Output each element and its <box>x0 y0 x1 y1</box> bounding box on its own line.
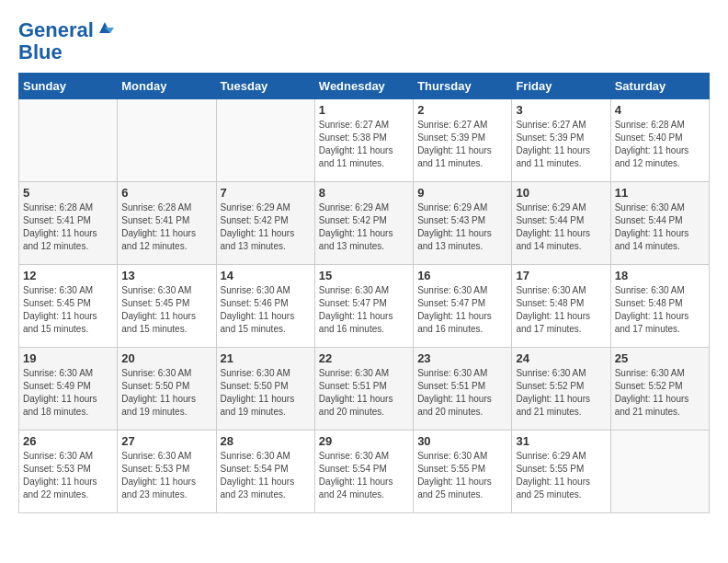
calendar-cell: 20Sunrise: 6:30 AM Sunset: 5:50 PM Dayli… <box>118 348 216 431</box>
page-header: General Blue <box>18 18 710 63</box>
calendar-cell: 18Sunrise: 6:30 AM Sunset: 5:48 PM Dayli… <box>610 265 709 348</box>
day-number: 8 <box>319 186 409 200</box>
day-detail: Sunrise: 6:30 AM Sunset: 5:45 PM Dayligh… <box>23 284 113 336</box>
day-number: 15 <box>319 269 409 282</box>
day-number: 9 <box>417 186 507 200</box>
logo: General Blue <box>18 18 114 63</box>
calendar-week-row: 1Sunrise: 6:27 AM Sunset: 5:38 PM Daylig… <box>19 99 710 182</box>
day-detail: Sunrise: 6:30 AM Sunset: 5:45 PM Dayligh… <box>121 284 211 336</box>
weekday-header: Saturday <box>610 74 709 99</box>
day-number: 21 <box>221 351 311 365</box>
calendar-cell <box>216 99 314 182</box>
day-detail: Sunrise: 6:30 AM Sunset: 5:51 PM Dayligh… <box>417 367 507 419</box>
day-detail: Sunrise: 6:30 AM Sunset: 5:54 PM Dayligh… <box>319 450 409 501</box>
day-detail: Sunrise: 6:30 AM Sunset: 5:55 PM Dayligh… <box>417 450 507 501</box>
weekday-header: Wednesday <box>314 74 413 99</box>
weekday-header: Sunday <box>19 74 118 99</box>
calendar-cell: 24Sunrise: 6:30 AM Sunset: 5:52 PM Dayli… <box>512 348 610 431</box>
calendar-cell: 6Sunrise: 6:28 AM Sunset: 5:41 PM Daylig… <box>118 182 216 265</box>
calendar-cell: 11Sunrise: 6:30 AM Sunset: 5:44 PM Dayli… <box>610 182 709 265</box>
day-detail: Sunrise: 6:30 AM Sunset: 5:52 PM Dayligh… <box>516 367 606 419</box>
day-detail: Sunrise: 6:30 AM Sunset: 5:47 PM Dayligh… <box>319 284 409 336</box>
day-detail: Sunrise: 6:30 AM Sunset: 5:54 PM Dayligh… <box>221 450 311 501</box>
calendar-cell: 26Sunrise: 6:30 AM Sunset: 5:53 PM Dayli… <box>19 431 118 513</box>
calendar-cell <box>118 99 216 182</box>
day-number: 2 <box>417 103 507 117</box>
calendar-cell: 14Sunrise: 6:30 AM Sunset: 5:46 PM Dayli… <box>216 265 314 348</box>
day-number: 14 <box>221 269 311 282</box>
day-number: 11 <box>615 186 705 200</box>
day-detail: Sunrise: 6:29 AM Sunset: 5:42 PM Dayligh… <box>221 201 311 253</box>
day-detail: Sunrise: 6:28 AM Sunset: 5:41 PM Dayligh… <box>23 201 113 253</box>
calendar-cell: 3Sunrise: 6:27 AM Sunset: 5:39 PM Daylig… <box>512 99 610 182</box>
day-detail: Sunrise: 6:30 AM Sunset: 5:46 PM Dayligh… <box>221 284 311 336</box>
day-number: 29 <box>319 434 409 448</box>
day-number: 20 <box>121 351 211 365</box>
logo-icon <box>96 18 114 37</box>
calendar-cell: 4Sunrise: 6:28 AM Sunset: 5:40 PM Daylig… <box>610 99 709 182</box>
calendar-cell: 9Sunrise: 6:29 AM Sunset: 5:43 PM Daylig… <box>414 182 512 265</box>
day-number: 23 <box>417 351 507 365</box>
weekday-header: Monday <box>118 74 216 99</box>
day-number: 16 <box>417 269 507 282</box>
day-detail: Sunrise: 6:30 AM Sunset: 5:50 PM Dayligh… <box>121 367 211 419</box>
day-detail: Sunrise: 6:30 AM Sunset: 5:53 PM Dayligh… <box>121 450 211 501</box>
logo-general: General <box>18 18 94 41</box>
calendar-cell: 12Sunrise: 6:30 AM Sunset: 5:45 PM Dayli… <box>19 265 118 348</box>
day-detail: Sunrise: 6:30 AM Sunset: 5:49 PM Dayligh… <box>23 367 113 419</box>
day-detail: Sunrise: 6:30 AM Sunset: 5:47 PM Dayligh… <box>417 284 507 336</box>
day-number: 6 <box>121 186 211 200</box>
logo-blue: Blue <box>18 40 63 63</box>
day-number: 26 <box>23 434 113 448</box>
day-detail: Sunrise: 6:28 AM Sunset: 5:41 PM Dayligh… <box>121 201 211 253</box>
day-detail: Sunrise: 6:29 AM Sunset: 5:42 PM Dayligh… <box>319 201 409 253</box>
day-number: 12 <box>23 269 113 282</box>
calendar-cell: 8Sunrise: 6:29 AM Sunset: 5:42 PM Daylig… <box>314 182 413 265</box>
calendar-week-row: 26Sunrise: 6:30 AM Sunset: 5:53 PM Dayli… <box>19 431 710 513</box>
day-number: 13 <box>121 269 211 282</box>
calendar-table: SundayMondayTuesdayWednesdayThursdayFrid… <box>18 73 710 513</box>
day-number: 22 <box>319 351 409 365</box>
day-number: 7 <box>221 186 311 200</box>
day-number: 3 <box>516 103 606 117</box>
day-detail: Sunrise: 6:27 AM Sunset: 5:39 PM Dayligh… <box>516 119 606 170</box>
calendar-cell: 7Sunrise: 6:29 AM Sunset: 5:42 PM Daylig… <box>216 182 314 265</box>
calendar-week-row: 12Sunrise: 6:30 AM Sunset: 5:45 PM Dayli… <box>19 265 710 348</box>
calendar-cell: 19Sunrise: 6:30 AM Sunset: 5:49 PM Dayli… <box>19 348 118 431</box>
weekday-header: Tuesday <box>216 74 314 99</box>
day-number: 30 <box>417 434 507 448</box>
calendar-cell: 21Sunrise: 6:30 AM Sunset: 5:50 PM Dayli… <box>216 348 314 431</box>
day-number: 19 <box>23 351 113 365</box>
calendar-cell: 31Sunrise: 6:29 AM Sunset: 5:55 PM Dayli… <box>512 431 610 513</box>
calendar-cell: 30Sunrise: 6:30 AM Sunset: 5:55 PM Dayli… <box>414 431 512 513</box>
calendar-cell <box>610 431 709 513</box>
day-detail: Sunrise: 6:30 AM Sunset: 5:44 PM Dayligh… <box>615 201 705 253</box>
calendar-cell: 5Sunrise: 6:28 AM Sunset: 5:41 PM Daylig… <box>19 182 118 265</box>
calendar-cell: 27Sunrise: 6:30 AM Sunset: 5:53 PM Dayli… <box>118 431 216 513</box>
calendar-cell: 28Sunrise: 6:30 AM Sunset: 5:54 PM Dayli… <box>216 431 314 513</box>
day-detail: Sunrise: 6:29 AM Sunset: 5:55 PM Dayligh… <box>516 450 606 501</box>
calendar-cell: 29Sunrise: 6:30 AM Sunset: 5:54 PM Dayli… <box>314 431 413 513</box>
calendar-cell: 2Sunrise: 6:27 AM Sunset: 5:39 PM Daylig… <box>414 99 512 182</box>
day-detail: Sunrise: 6:30 AM Sunset: 5:51 PM Dayligh… <box>319 367 409 419</box>
calendar-cell: 1Sunrise: 6:27 AM Sunset: 5:38 PM Daylig… <box>314 99 413 182</box>
calendar-cell: 10Sunrise: 6:29 AM Sunset: 5:44 PM Dayli… <box>512 182 610 265</box>
day-number: 17 <box>516 269 606 282</box>
day-detail: Sunrise: 6:29 AM Sunset: 5:44 PM Dayligh… <box>516 201 606 253</box>
day-number: 28 <box>221 434 311 448</box>
weekday-header: Friday <box>512 74 610 99</box>
day-detail: Sunrise: 6:29 AM Sunset: 5:43 PM Dayligh… <box>417 201 507 253</box>
weekday-header: Thursday <box>414 74 512 99</box>
day-number: 31 <box>516 434 606 448</box>
day-number: 1 <box>319 103 409 117</box>
calendar-cell: 17Sunrise: 6:30 AM Sunset: 5:48 PM Dayli… <box>512 265 610 348</box>
calendar-week-row: 5Sunrise: 6:28 AM Sunset: 5:41 PM Daylig… <box>19 182 710 265</box>
calendar-cell: 25Sunrise: 6:30 AM Sunset: 5:52 PM Dayli… <box>610 348 709 431</box>
calendar-body: 1Sunrise: 6:27 AM Sunset: 5:38 PM Daylig… <box>19 99 710 513</box>
day-detail: Sunrise: 6:27 AM Sunset: 5:39 PM Dayligh… <box>417 119 507 170</box>
calendar-cell <box>19 99 118 182</box>
calendar-cell: 23Sunrise: 6:30 AM Sunset: 5:51 PM Dayli… <box>414 348 512 431</box>
calendar-header-row: SundayMondayTuesdayWednesdayThursdayFrid… <box>19 74 710 99</box>
day-number: 5 <box>23 186 113 200</box>
day-detail: Sunrise: 6:30 AM Sunset: 5:50 PM Dayligh… <box>221 367 311 419</box>
